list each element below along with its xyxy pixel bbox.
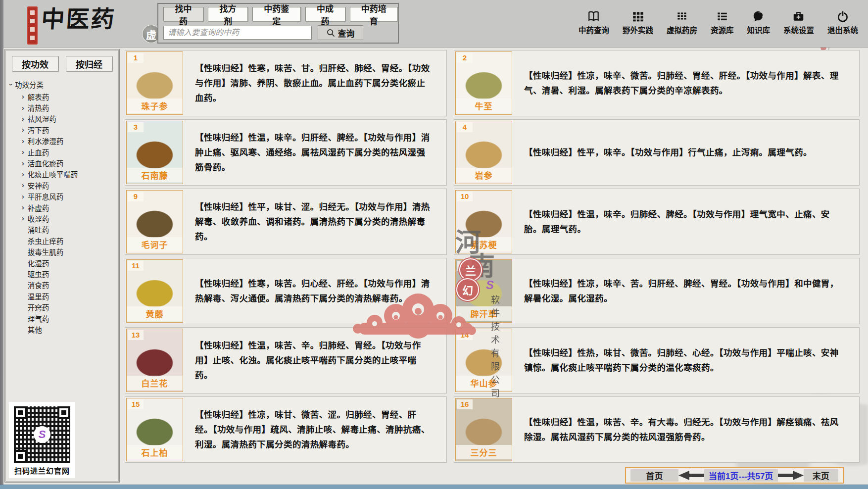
sidebar-tree-item[interactable]: › 收涩药: [5, 213, 119, 224]
tree-item-label: 活血化瘀药: [28, 158, 64, 168]
herb-card[interactable]: 11 黄藤 【性味归经】性寒，味苦。归心经、肝经。【功效与作用】清热解毒、泻火通…: [125, 258, 447, 324]
pagination-bar: 首页 当前1页---共57页 末页: [625, 467, 844, 484]
filter-by-meridian-button[interactable]: 按归经: [66, 56, 112, 71]
tree-root-effect-category[interactable]: › 功效分类: [10, 79, 119, 90]
herb-card[interactable]: 1 珠子参 【性味归经】性寒，味苦、甘。归肝经、肺经、胃经。【功效与作用】清肺、…: [125, 50, 447, 116]
sidebar-tree-item[interactable]: › 理气药: [5, 313, 119, 324]
sidebar-tree-item[interactable]: › 温里药: [5, 291, 119, 301]
herb-name: 牛至: [456, 98, 512, 113]
nav-herb-query[interactable]: 中药查询: [579, 10, 609, 35]
sidebar-tree-item[interactable]: › 泻下药: [5, 124, 119, 135]
sidebar-tree-item[interactable]: › 安神药: [5, 180, 119, 191]
herb-name: 辟汗草: [456, 306, 512, 321]
herb-card[interactable]: 14 华山参 【性味归经】性热，味甘、微苦。归肺经、心经。【功效与作用】平喘止咳…: [454, 327, 860, 393]
sidebar-tree-item[interactable]: › 杀虫止痒药: [5, 235, 119, 246]
herb-photo-blob: [131, 341, 178, 379]
herb-description: 【性味归经】性凉，味辛、微苦。归肺经、胃经、肝经。【功效与作用】解表、理气、清暑…: [513, 68, 859, 98]
sidebar-tree-item[interactable]: › 消食药: [5, 280, 119, 291]
search-tab[interactable]: 找中药: [163, 7, 203, 21]
herb-photo: 12 辟汗草: [455, 259, 512, 323]
chevron-right-icon: ›: [22, 138, 24, 145]
tree-item-label: 开窍药: [28, 302, 49, 312]
herb-card[interactable]: 16 三分三 【性味归经】性温，味苦、辛。有大毒。归经无。【功效与作用】解痉镇痛…: [454, 396, 860, 463]
next-page-button[interactable]: [778, 471, 804, 480]
nav-field-practice[interactable]: 野外实践: [623, 10, 653, 35]
sidebar-tree-item[interactable]: › 拔毒生肌药: [5, 246, 119, 257]
sidebar-tree-item[interactable]: › 解表药: [5, 91, 119, 102]
sidebar-tree-item[interactable]: › 止血药: [5, 147, 119, 157]
herb-photo: 16 三分三: [455, 398, 512, 461]
herb-photo-blob: [131, 202, 178, 241]
sidebar-tree-item[interactable]: › 祛风湿药: [5, 113, 119, 124]
last-page-button[interactable]: 末页: [804, 469, 838, 482]
herb-card[interactable]: 15 石上柏 【性味归经】性凉，味甘、微苦、涩。归肺经、胃经、肝经。【功效与作用…: [125, 396, 447, 463]
previous-page-button[interactable]: [678, 471, 704, 480]
search-tab[interactable]: 找方剂: [208, 7, 248, 21]
herb-photo-blob: [131, 271, 178, 310]
herb-photo-blob: [460, 133, 507, 171]
magnifier-icon: [327, 29, 335, 37]
chevron-right-icon: ›: [22, 204, 24, 211]
qr-code: S: [14, 406, 70, 463]
sidebar-tree-item[interactable]: › 化湿药: [5, 257, 119, 268]
grid-icon: [631, 10, 644, 23]
sidebar-tree-item[interactable]: › 驱虫药: [5, 268, 119, 279]
search-input[interactable]: [163, 26, 312, 40]
herb-card[interactable]: 3 石南藤 【性味归经】性温，味辛。归肝经、脾经。【功效与作用】消肿止痛、驱风寒…: [125, 119, 447, 186]
tree-item-label: 补虚药: [28, 202, 49, 213]
nav-virtual-pharmacy[interactable]: 虚拟药房: [667, 10, 697, 35]
herb-photo: 1 珠子参: [126, 51, 183, 115]
herb-description: 【性味归经】性温，味辛。归肺经、脾经。【功效与作用】理气宽中、止痛、安胎。属理气…: [513, 207, 859, 237]
herb-number-badge: 11: [128, 261, 144, 271]
sidebar-tree-item[interactable]: › 平肝息风药: [5, 191, 119, 202]
nav-resource-library[interactable]: 资源库: [711, 10, 734, 35]
sidebar-tree-item[interactable]: › 其他: [5, 324, 119, 335]
sidebar-tree-item[interactable]: › 化痰止咳平喘药: [5, 169, 119, 180]
tree-item-label: 平肝息风药: [28, 191, 64, 201]
search-tab[interactable]: 中成药: [305, 7, 345, 21]
tree-item-label: 安神药: [28, 180, 49, 191]
search-button-label: 查询: [338, 27, 355, 39]
herb-photo-blob: [131, 410, 178, 448]
search-button[interactable]: 查询: [318, 25, 363, 40]
tree-root-label: 功效分类: [15, 79, 44, 90]
cabinet-icon: [675, 10, 688, 23]
herb-card[interactable]: 13 白兰花 【性味归经】性温，味苦、辛。归肺经、胃经。【功效与作用】止咳、化浊…: [125, 327, 447, 393]
herb-name: 石南藤: [127, 168, 183, 182]
search-tab[interactable]: 中药鉴定: [252, 7, 300, 21]
first-page-button[interactable]: 首页: [630, 469, 678, 482]
sidebar-tree-item[interactable]: › 开窍药: [5, 301, 119, 312]
sidebar-tree-item[interactable]: › 活血化瘀药: [5, 157, 119, 168]
sidebar-tree-item[interactable]: › 补虚药: [5, 202, 119, 213]
filter-by-effect-button[interactable]: 按功效: [12, 56, 58, 71]
chevron-down-icon: ›: [7, 84, 14, 86]
tree-item-label: 消食药: [28, 280, 49, 290]
tree-item-label: 拔毒生肌药: [28, 246, 64, 257]
herb-card[interactable]: 2 牛至 【性味归经】性凉，味辛、微苦。归肺经、胃经、肝经。【功效与作用】解表、…: [454, 50, 860, 116]
nav-system-settings[interactable]: 系统设置: [783, 10, 814, 35]
herb-description: 【性味归经】性凉，味甘、微苦、涩。归肺经、胃经、肝经。【功效与作用】疏风、清肺止…: [184, 407, 446, 452]
herb-card[interactable]: 4 岩参 【性味归经】性平，味辛。【功效与作用】行气止痛，止泻痢。属理气药。: [454, 119, 860, 186]
qr-finder-icon: [14, 406, 27, 419]
sidebar-tree-item[interactable]: › 涌吐药: [5, 224, 119, 235]
tree-item-label: 涌吐药: [28, 224, 49, 235]
herb-name: 岩参: [456, 168, 512, 182]
herb-card[interactable]: 9 毛诃子 【性味归经】性平，味甘、涩。归经无。【功效与作用】清热解毒、收敛养血…: [125, 189, 447, 255]
herb-name: 珠子参: [127, 98, 183, 113]
sidebar-tree-item[interactable]: › 清热药: [5, 102, 119, 113]
sidebar-tree-item[interactable]: › 利水渗湿药: [5, 136, 119, 147]
tree-item-label: 利水渗湿药: [28, 136, 64, 146]
herb-name: 三分三: [456, 445, 512, 459]
search-tab[interactable]: 中药培育: [350, 7, 398, 21]
tree-item-label: 化湿药: [28, 258, 49, 268]
chevron-right-icon: ›: [22, 115, 24, 122]
nav-knowledge-base[interactable]: 知识库: [747, 10, 770, 35]
chevron-right-icon: ›: [22, 171, 24, 178]
tree-item-label: 理气药: [28, 313, 49, 324]
nav-exit-system[interactable]: 退出系统: [827, 10, 858, 35]
herb-description: 【性味归经】性温，味苦、辛。有大毒。归经无。【功效与作用】解痉镇痛、祛风除湿。属…: [513, 415, 859, 444]
herb-card[interactable]: 10 紫苏梗 【性味归经】性温，味辛。归肺经、脾经。【功效与作用】理气宽中、止痛…: [454, 189, 860, 255]
arrow-right-icon: [778, 471, 804, 480]
herb-card[interactable]: 12 辟汗草 【性味归经】性凉，味辛、苦。归肝经、脾经、胃经。【功效与作用】和中…: [454, 258, 860, 324]
tree-item-label: 止血药: [28, 147, 49, 157]
